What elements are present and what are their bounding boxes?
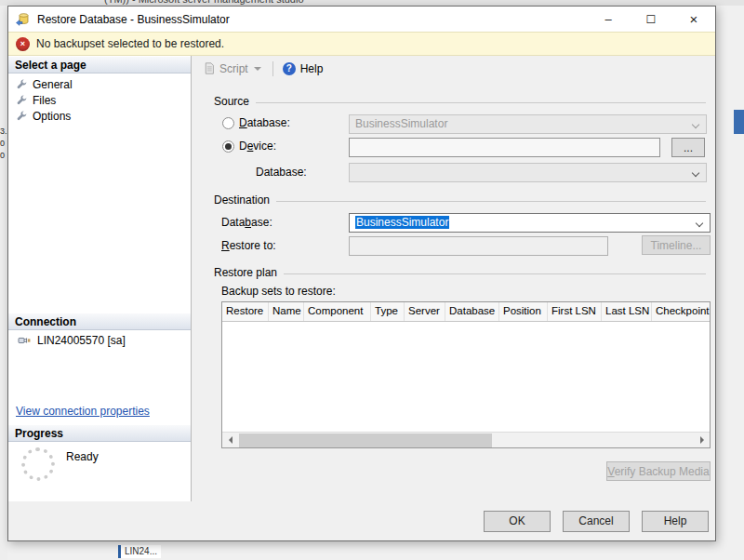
maximize-button[interactable]: ☐ <box>630 7 672 32</box>
device-path-input[interactable] <box>349 138 660 157</box>
wrench-icon <box>17 79 27 89</box>
script-icon <box>203 62 215 74</box>
connection-server: LIN24005570 [sa] <box>18 334 126 347</box>
background-left-fragment: 3.. 0 0 <box>0 6 7 560</box>
column-header[interactable]: Last LSN <box>602 302 652 321</box>
taskbar-fragment: LIN24... <box>118 545 161 558</box>
server-connection-icon <box>18 335 31 346</box>
close-button[interactable]: × <box>672 7 715 32</box>
page-label: General <box>33 78 73 91</box>
backup-sets-label: Backup sets to restore: <box>221 285 336 298</box>
wrench-icon <box>17 95 27 105</box>
ok-button[interactable]: OK <box>484 511 551 532</box>
scroll-right-icon[interactable] <box>694 433 710 447</box>
server-name: LIN24005570 [sa] <box>37 334 126 347</box>
wrench-icon <box>17 111 27 121</box>
column-header[interactable]: Type <box>371 302 405 321</box>
select-a-page-header: Select a page <box>8 56 191 73</box>
source-database-combo[interactable]: BusinessSimulator <box>349 114 707 134</box>
timeline-button: Timeline... <box>642 235 711 255</box>
destination-database-value: BusinessSimulator <box>355 216 449 229</box>
scrollbar-thumb[interactable] <box>239 433 492 447</box>
source-database-select-combo[interactable] <box>349 163 707 182</box>
page-label: Options <box>33 110 71 123</box>
help-label: Help <box>300 62 324 75</box>
dialog-body: Select a page General Files Options <box>8 56 715 501</box>
restore-to-input <box>349 236 608 256</box>
column-header[interactable]: Restore <box>222 302 269 321</box>
column-header[interactable]: Checkpoint L <box>652 302 710 321</box>
alert-bar: × No backupset selected to be restored. <box>8 32 715 56</box>
dialog-toolbar: Script ? Help <box>192 56 715 81</box>
dialog-footer: OK Cancel Help <box>8 501 715 540</box>
main-panel: Script ? Help Source Database: Busi <box>192 56 715 501</box>
background-text-fragment: 0 <box>0 139 5 148</box>
restore-plan-group-title: Restore plan <box>214 266 706 279</box>
background-text-fragment: 0 <box>0 151 5 160</box>
source-device-radio[interactable] <box>222 140 234 153</box>
column-header[interactable]: First LSN <box>548 302 602 321</box>
sidebar: Select a page General Files Options <box>8 56 192 501</box>
backup-sets-grid-body <box>222 323 710 432</box>
background-accent-fragment <box>734 110 744 134</box>
grid-header-row: Restore Name Component Type Server Datab… <box>222 302 710 322</box>
column-header[interactable]: Name <box>269 302 304 321</box>
source-database-radio[interactable] <box>222 117 234 129</box>
chevron-down-icon <box>692 169 699 177</box>
progress-header: Progress <box>8 424 191 442</box>
error-icon: × <box>16 37 30 51</box>
destination-database-combo[interactable]: BusinessSimulator <box>349 213 711 233</box>
toolbar-separator <box>272 61 273 76</box>
connection-header: Connection <box>8 313 191 330</box>
progress-spinner-icon <box>21 447 55 481</box>
destination-group-title: Destination <box>214 193 706 207</box>
view-connection-properties-link[interactable]: View connection properties <box>16 405 150 418</box>
sidebar-item-general[interactable]: General <box>8 76 191 92</box>
restore-database-dialog: Restore Database - BusinessSimulator – ☐… <box>7 6 716 541</box>
script-dropdown-icon[interactable] <box>254 67 261 74</box>
background-text-fragment: 3.. <box>0 127 7 136</box>
source-group-label: Source <box>214 95 249 108</box>
dialog-titlebar: Restore Database - BusinessSimulator – ☐… <box>8 7 715 32</box>
verify-backup-media-button: Verify Backup Media <box>606 461 711 481</box>
backup-sets-grid[interactable]: Restore Name Component Type Server Datab… <box>221 301 711 448</box>
column-header[interactable]: Database <box>445 302 499 321</box>
page-label: Files <box>33 94 56 107</box>
destination-database-label: Database: <box>221 216 272 229</box>
column-header[interactable]: Server <box>405 302 445 321</box>
destination-group-label: Destination <box>214 193 270 207</box>
progress-status: Ready <box>66 450 99 463</box>
help-button[interactable]: Help <box>642 511 709 532</box>
browse-device-button[interactable]: ... <box>671 138 705 157</box>
minimize-button[interactable]: – <box>587 7 630 32</box>
help-icon: ? <box>283 62 296 75</box>
group-rule <box>276 201 706 202</box>
chevron-down-icon <box>696 220 703 227</box>
restore-plan-group-label: Restore plan <box>214 266 277 279</box>
group-rule <box>256 102 706 103</box>
source-group-title: Source <box>214 95 706 108</box>
scrollbar-track[interactable] <box>238 433 694 447</box>
column-header[interactable]: Component <box>304 302 371 321</box>
scroll-left-icon[interactable] <box>222 433 238 447</box>
alert-message: No backupset selected to be restored. <box>36 37 224 50</box>
source-database-value: BusinessSimulator <box>355 117 447 130</box>
script-label: Script <box>219 62 248 75</box>
dialog-title: Restore Database - BusinessSimulator <box>37 13 587 26</box>
source-database-select-label: Database: <box>256 166 307 179</box>
background-window-title-text: (TM)) - Microsoft server management stud… <box>104 0 304 5</box>
column-header[interactable]: Position <box>499 302 548 321</box>
horizontal-scrollbar[interactable] <box>222 432 710 447</box>
source-database-radio-label[interactable]: Database: <box>239 116 290 129</box>
group-rule <box>284 273 706 274</box>
restore-to-label: Restore to: <box>221 239 276 252</box>
sidebar-item-options[interactable]: Options <box>8 108 191 124</box>
script-button[interactable]: Script <box>198 60 268 78</box>
restore-database-icon <box>16 12 31 27</box>
sidebar-item-files[interactable]: Files <box>8 92 191 108</box>
help-toolbar-button[interactable]: ? Help <box>278 60 328 78</box>
source-device-radio-label[interactable]: Device: <box>239 140 276 153</box>
page-tree: General Files Options <box>8 76 191 124</box>
desktop-background: (TM)) - Microsoft server management stud… <box>0 0 744 560</box>
cancel-button[interactable]: Cancel <box>563 511 630 532</box>
